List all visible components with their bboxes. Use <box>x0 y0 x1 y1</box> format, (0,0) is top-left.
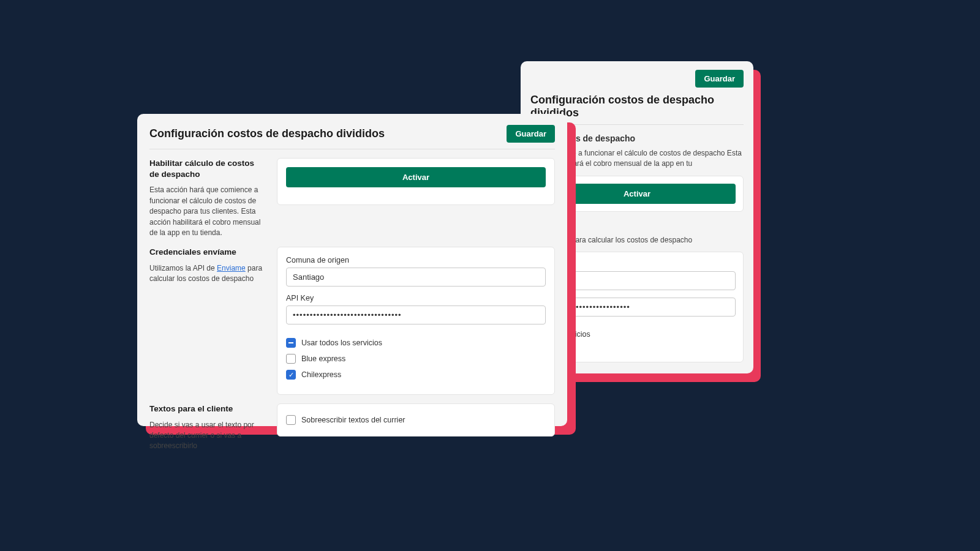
overwrite-checkbox[interactable] <box>286 415 296 425</box>
save-button[interactable]: Guardar <box>695 70 744 88</box>
activate-panel: Activar <box>277 158 555 205</box>
comuna-input[interactable] <box>286 268 546 287</box>
overwrite-label: Sobreescribir textos del currier <box>301 416 405 424</box>
use-all-label: Usar todos los servicios <box>301 339 382 347</box>
credentials-section: Credenciales envíame Utilizamos la API d… <box>149 247 555 395</box>
blue-express-checkbox[interactable] <box>286 354 296 364</box>
client-texts-section: Textos para el cliente Decide si vas a u… <box>149 403 555 451</box>
enviame-link[interactable]: Enviame <box>217 264 246 272</box>
apikey-input[interactable] <box>286 305 546 324</box>
apikey-label: API Key <box>286 294 546 302</box>
credentials-heading: Credenciales envíame <box>149 247 266 258</box>
chilexpress-label: Chilexpress <box>301 370 341 379</box>
comuna-label: Comuna de origen <box>286 256 546 264</box>
front-settings-card: Configuración costos de despacho dividid… <box>137 114 567 426</box>
chilexpress-checkbox[interactable]: ✓ <box>286 370 296 380</box>
use-all-checkbox[interactable] <box>286 338 296 348</box>
credentials-panel: Comuna de origen API Key Usar todos los … <box>277 247 555 395</box>
enable-description: Esta acción hará que comience a funciona… <box>149 185 266 238</box>
blue-express-label: Blue express <box>301 354 345 363</box>
enable-section: Habilitar cálculo de costos de despacho … <box>149 158 555 238</box>
page-title: Configuración costos de despacho dividid… <box>149 127 385 140</box>
enable-heading: Habilitar cálculo de costos de despacho <box>149 158 266 180</box>
client-texts-description: Decide si vas a usar el texto por defect… <box>149 420 266 452</box>
divider <box>149 149 555 149</box>
save-button[interactable]: Guardar <box>507 125 555 143</box>
credentials-description: Utilizamos la API de Enviame para calcul… <box>149 263 266 285</box>
client-texts-heading: Textos para el cliente <box>149 403 266 414</box>
client-texts-panel: Sobreescribir textos del currier <box>277 403 555 437</box>
activate-button[interactable]: Activar <box>286 167 546 187</box>
